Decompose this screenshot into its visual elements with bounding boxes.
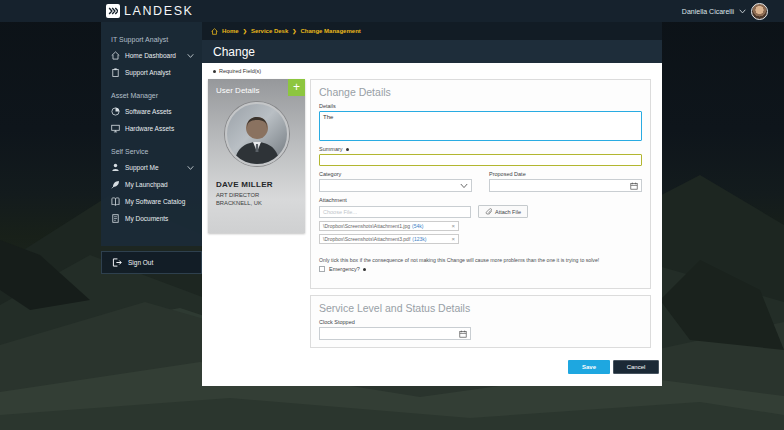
attachment-file-input[interactable]: Choose File... (319, 206, 471, 218)
sidebar-item-label: Support Analyst (125, 69, 171, 76)
breadcrumb-home[interactable]: Home (222, 28, 239, 34)
summary-input[interactable] (319, 154, 642, 166)
breadcrumb: Home Service Desk Change Management (202, 22, 662, 40)
book-icon (111, 197, 120, 206)
category-select[interactable] (319, 179, 472, 192)
sidebar-item-label: My Launchpad (125, 181, 168, 188)
user-menu[interactable]: Daniella Cicarelli (682, 0, 768, 22)
calendar-icon[interactable] (459, 330, 467, 338)
attachment-file-name: \Dropbox\Screenshots\Attachment3.pdf (323, 236, 410, 242)
sidebar-item-label: Support Me (125, 164, 159, 171)
user-photo (225, 102, 289, 166)
document-icon (111, 214, 120, 223)
sidebar-item-label: Home Dashboard (125, 52, 176, 59)
chevron-right-icon (243, 28, 247, 34)
sidebar-item-label: Hardware Assets (125, 125, 174, 132)
person-icon (111, 163, 120, 172)
attach-file-button[interactable]: Attach File (478, 205, 528, 218)
save-button[interactable]: Save (568, 360, 610, 374)
user-details-card: User Details DAVE MILLER ART DIRECTOR BR… (208, 79, 305, 233)
monitor-icon (111, 124, 120, 133)
clipboard-icon (111, 68, 120, 77)
breadcrumb-change-management[interactable]: Change Management (300, 28, 360, 34)
brand-logo: LANDESK (106, 4, 194, 18)
attachment-chip: \Dropbox\Screenshots\Attachment3.pdf (12… (319, 234, 459, 244)
sidebar-section-it-support-analyst: IT Support Analyst (111, 36, 192, 43)
sidebar-item-support-me[interactable]: Support Me (101, 159, 202, 176)
clock-stopped-input[interactable] (319, 327, 471, 340)
form-canvas: Required Field(s) User Details DAVE MILL… (202, 63, 662, 386)
emergency-checkbox[interactable] (319, 266, 325, 272)
attachment-chip: \Dropbox\Screenshots\Attachment1.jpg (54… (319, 221, 459, 231)
attachment-file-size: (54k) (412, 223, 423, 229)
breadcrumb-service-desk[interactable]: Service Desk (251, 28, 288, 34)
user-name: Daniella Cicarelli (682, 8, 734, 15)
top-header-bar: LANDESK Daniella Cicarelli (0, 0, 784, 22)
chevron-right-icon (292, 28, 296, 34)
required-dot-icon (346, 148, 349, 151)
required-note-label: Required Field(s) (219, 68, 261, 74)
details-textarea[interactable]: The (319, 111, 642, 141)
details-value: The (323, 114, 333, 120)
sign-out-button[interactable]: Sign Out (101, 251, 202, 274)
sidebar-section-self-service: Self Service (111, 148, 192, 155)
required-dot-icon (363, 268, 366, 271)
attachment-file-name: \Dropbox\Screenshots\Attachment1.jpg (323, 223, 410, 229)
service-level-heading: Service Level and Status Details (319, 302, 642, 314)
sign-out-icon (112, 258, 122, 267)
sidebar-item-label: My Documents (125, 215, 168, 222)
brand-chevrons-icon (106, 4, 120, 18)
page-title-bar: Change (202, 40, 662, 63)
emergency-note: Only tick this box if the consequence of… (319, 257, 642, 263)
remove-attachment-icon[interactable] (451, 236, 455, 242)
attachment-label: Attachment (319, 197, 642, 203)
proposed-date-label: Proposed Date (489, 171, 642, 177)
attachment-file-size: (123k) (412, 236, 426, 242)
home-icon[interactable] (211, 28, 218, 35)
user-card-title: User Details (216, 86, 260, 95)
user-avatar[interactable] (751, 3, 768, 20)
attachment-placeholder: Choose File... (323, 209, 357, 215)
category-label: Category (319, 171, 472, 177)
brand-name: LANDESK (124, 4, 194, 18)
details-label: Details (319, 103, 642, 109)
page-title: Change (213, 45, 255, 59)
paperclip-icon (485, 208, 492, 216)
sidebar-item-support-analyst[interactable]: Support Analyst (101, 64, 202, 81)
chevron-down-icon (739, 9, 746, 14)
sidebar-item-my-documents[interactable]: My Documents (101, 210, 202, 227)
sign-out-label: Sign Out (128, 259, 153, 266)
sidebar-item-software-assets[interactable]: Software Assets (101, 103, 202, 120)
chevron-down-icon (460, 183, 468, 189)
sidebar-section-asset-manager: Asset Manager (111, 92, 192, 99)
remove-attachment-icon[interactable] (451, 223, 455, 229)
home-icon (111, 51, 120, 60)
cancel-button[interactable]: Cancel (613, 360, 659, 374)
chevron-down-icon[interactable] (187, 165, 194, 170)
chevron-down-icon[interactable] (187, 53, 194, 58)
attach-file-label: Attach File (495, 209, 521, 215)
proposed-date-input[interactable] (489, 179, 642, 192)
user-card-name: DAVE MILLER (216, 180, 273, 189)
sidebar-item-hardware-assets[interactable]: Hardware Assets (101, 120, 202, 137)
emergency-label: Emergency? (329, 266, 366, 272)
required-dot-icon (213, 70, 216, 73)
rocket-icon (111, 180, 120, 189)
sidebar-item-label: My Software Catalog (125, 198, 185, 205)
calendar-icon[interactable] (630, 182, 638, 190)
sidebar-item-home-dashboard[interactable]: Home Dashboard (101, 47, 202, 64)
sidebar-item-my-software-catalog[interactable]: My Software Catalog (101, 193, 202, 210)
pie-chart-icon (111, 107, 120, 116)
change-details-heading: Change Details (319, 86, 642, 98)
sidebar: IT Support Analyst Home Dashboard Suppor… (101, 22, 202, 246)
screen: LANDESK Daniella Cicarelli IT Support An… (0, 0, 784, 430)
user-card-location: BRACKNELL, UK (216, 200, 262, 206)
clock-stopped-label: Clock Stopped (319, 319, 642, 325)
service-level-panel: Service Level and Status Details Clock S… (310, 295, 651, 348)
summary-label: Summary (319, 146, 642, 152)
sidebar-item-my-launchpad[interactable]: My Launchpad (101, 176, 202, 193)
user-card-role: ART DIRECTOR (216, 192, 259, 198)
sidebar-item-label: Software Assets (125, 108, 172, 115)
emergency-checkbox-row: Emergency? (319, 266, 642, 272)
plus-icon[interactable] (288, 79, 305, 96)
